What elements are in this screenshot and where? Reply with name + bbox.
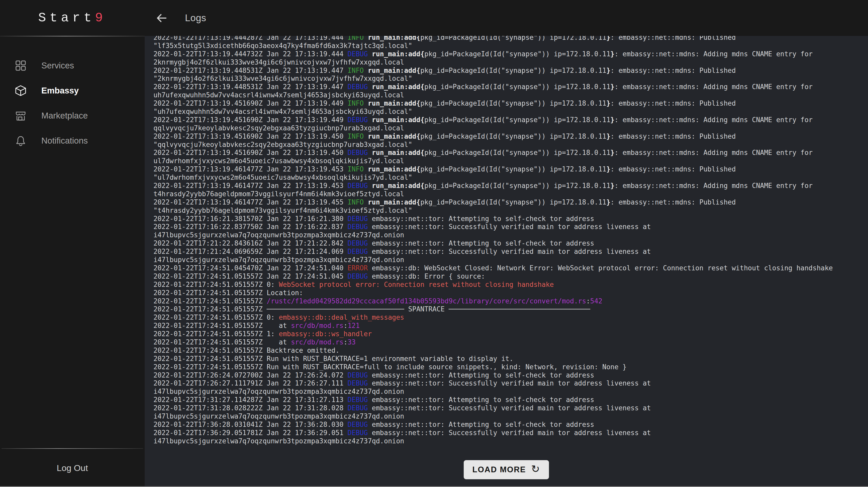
log-line: 2022-01-22T17:21:22.843616Z Jan 22 17:21…	[153, 239, 868, 248]
log-line: qqlvyvqcju7keoylabvkesc2sqy2ebgxaa63tyzg…	[153, 124, 868, 132]
log-line: 2022-01-22T17:26:27.111791Z Jan 22 17:26…	[153, 379, 868, 388]
log-line: 2022-01-22T17:13:19.451690Z Jan 22 17:13…	[153, 132, 868, 141]
log-line: 2022-01-22T17:13:19.461477Z Jan 22 17:13…	[153, 165, 868, 173]
bell-icon	[14, 134, 27, 147]
back-arrow-icon[interactable]	[155, 12, 168, 25]
load-more-wrap: LOAD MORE ↻	[145, 460, 868, 479]
log-line: 2022-01-22T17:31:27.114287Z Jan 22 17:31…	[153, 396, 868, 404]
log-line: 2022-01-22T17:13:19.448531Z Jan 22 17:13…	[153, 67, 868, 75]
log-line: i47lbupvc5sjgurxzelwa7q7oqzqunwrb3tpozmp…	[153, 231, 868, 239]
log-line: "t4hrasdy2yybb76ageldpmom73vggilsyurf4nm…	[153, 206, 868, 215]
log-line: 2022-01-22T17:24:51.051557Z /rustc/f1edd…	[153, 297, 868, 305]
log-line: i47lbupvc5sjgurxzelwa7q7oqzqunwrb3tpozmp…	[153, 256, 868, 264]
sidebar-item-notifications[interactable]: Notifications	[0, 128, 145, 153]
log-line: 2022-01-22T17:31:28.028222Z Jan 22 17:31…	[153, 404, 868, 412]
log-line: 2022-01-22T17:21:24.069659Z Jan 22 17:21…	[153, 248, 868, 256]
logo: Start9	[0, 0, 145, 36]
log-line: 2022-01-22T17:26:24.072700Z Jan 22 17:26…	[153, 371, 868, 380]
log-line: 2022-01-22T17:13:19.461477Z Jan 22 17:13…	[153, 182, 868, 190]
log-line: 2022-01-22T17:16:22.837750Z Jan 22 17:16…	[153, 223, 868, 231]
sidebar-item-label: Embassy	[41, 86, 79, 96]
log-line: "ul7dwrhomfxjvxycws2m6o45uoeic7usawbwsy4…	[153, 173, 868, 182]
log-line: 2knrmygbj4o2f6zlkui333wve34gi6c6jwnivcoj…	[153, 58, 868, 67]
page-header: Logs	[145, 0, 868, 36]
sidebar-spacer	[0, 153, 145, 448]
log-line: 2022-01-22T17:24:51.051557Z at src/db/mo…	[153, 322, 868, 330]
log-line: 2022-01-22T17:13:19.451690Z Jan 22 17:13…	[153, 116, 868, 124]
log-line: 2022-01-22T17:24:51.051557Z at src/db/mo…	[153, 338, 868, 347]
cube-icon	[14, 85, 27, 97]
log-line: i47lbupvc5sjgurxzelwa7q7oqzqunwrb3tpozmp…	[153, 412, 868, 421]
log-viewer[interactable]: 2022-01-22T17:13:19.444287Z Jan 22 17:13…	[145, 36, 868, 487]
log-line: 2022-01-22T17:13:19.461477Z Jan 22 17:13…	[153, 198, 868, 206]
log-line: 2022-01-22T17:16:21.381570Z Jan 22 17:16…	[153, 215, 868, 223]
log-line: 2022-01-22T17:24:51.051557Z Run with RUS…	[153, 355, 868, 363]
log-line: 2022-01-22T17:13:19.451690Z Jan 22 17:13…	[153, 99, 868, 108]
sidebar-item-label: Marketplace	[41, 111, 88, 121]
log-line: i47lbupvc5sjgurxzelwa7q7oqzqunwrb3tpozmp…	[153, 388, 868, 396]
log-line: 2022-01-22T17:36:29.051781Z Jan 22 17:36…	[153, 429, 868, 437]
log-line: 2022-01-22T17:13:19.448531Z Jan 22 17:13…	[153, 83, 868, 91]
log-line: "qqlvyvqcju7keoylabvkesc2sqy2ebgxaa63tyz…	[153, 141, 868, 149]
refresh-icon: ↻	[531, 464, 540, 474]
log-line: 2022-01-22T17:24:51.051557Z Location:	[153, 289, 868, 297]
log-line: 2022-01-22T17:24:51.051557Z Jan 22 17:24…	[153, 272, 868, 281]
log-line: ul7dwrhomfxjvxycws2m6o45uoeic7usawbwsy4x…	[153, 157, 868, 165]
load-more-button[interactable]: LOAD MORE ↻	[464, 460, 549, 479]
sidebar-item-marketplace[interactable]: Marketplace	[0, 103, 145, 128]
log-line: 2022-01-22T17:36:28.031041Z Jan 22 17:36…	[153, 421, 868, 429]
sidebar-item-label: Notifications	[41, 136, 88, 145]
log-line: 2022-01-22T17:13:19.444732Z Jan 22 17:13…	[153, 50, 868, 58]
log-lines: 2022-01-22T17:13:19.444287Z Jan 22 17:13…	[145, 36, 868, 446]
log-line: "lf35x5tutg5l3xdicethb66qo3aeox4q7ky4fma…	[153, 42, 868, 50]
log-line: 2022-01-22T17:24:51.051557Z Run with RUS…	[153, 363, 868, 371]
log-line: "2knrmygbj4o2f6zlkui333wve34gi6c6jwnivco…	[153, 75, 868, 83]
log-line: 2022-01-22T17:24:51.051557Z Backtrace om…	[153, 347, 868, 355]
page-title: Logs	[185, 13, 206, 24]
log-line: t4hrasdy2yybb76ageldpmom73vggilsyurf4nm6…	[153, 190, 868, 198]
logout-button[interactable]: Log Out	[0, 449, 145, 487]
log-line: 2022-01-22T17:13:19.444287Z Jan 22 17:13…	[153, 36, 868, 42]
log-line: "uh7ufexqwuhhn5dw7vv4acsrl4iwnw4x7semlj4…	[153, 108, 868, 116]
log-line: 2022-01-22T17:13:19.451690Z Jan 22 17:13…	[153, 149, 868, 157]
sidebar-item-services[interactable]: Services	[0, 53, 145, 78]
sidebar-divider	[0, 36, 145, 36]
log-line: 2022-01-22T17:24:51.051557Z 0: WebSocket…	[153, 281, 868, 289]
sidebar-item-embassy[interactable]: Embassy	[0, 78, 145, 103]
log-line: 2022-01-22T17:24:51.051557Z 0: embassy::…	[153, 314, 868, 322]
log-line: 2022-01-22T17:24:51.045470Z Jan 22 17:24…	[153, 264, 868, 272]
sidebar: Start9 Services Embassy Marketplace Not	[0, 0, 145, 487]
grid-icon	[14, 59, 27, 72]
sidebar-item-label: Services	[41, 61, 74, 70]
logo-text: Start	[38, 10, 95, 25]
load-more-label: LOAD MORE	[472, 465, 526, 474]
logo-accent: 9	[95, 10, 106, 25]
storefront-icon	[14, 109, 27, 122]
log-line: i47lbupvc5sjgurxzelwa7q7oqzqunwrb3tpozmp…	[153, 437, 868, 446]
log-line: 2022-01-22T17:24:51.051557Z 1: embassy::…	[153, 330, 868, 338]
log-line: 2022-01-22T17:24:51.051557Z ────────────…	[153, 305, 868, 314]
log-line: uh7ufexqwuhhn5dw7vv4acsrl4iwnw4x7semlj46…	[153, 91, 868, 99]
sidebar-nav: Services Embassy Marketplace Notificatio…	[0, 53, 145, 153]
